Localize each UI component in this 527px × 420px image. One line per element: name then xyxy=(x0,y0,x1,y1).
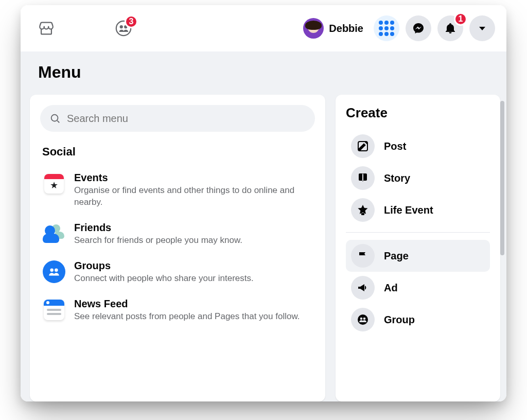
grid-icon xyxy=(379,21,394,36)
create-card: Create Post Story xyxy=(336,95,500,401)
svg-point-5 xyxy=(55,268,58,272)
profile-name: Debbie xyxy=(329,23,363,34)
menu-item-desc: Search for friends or people you may kno… xyxy=(74,235,242,247)
events-icon xyxy=(42,172,66,196)
menu-item-title: News Feed xyxy=(74,298,300,310)
groups-nav-icon[interactable]: 3 xyxy=(113,18,134,39)
menu-item-desc: Organise or find events and other things… xyxy=(74,185,313,208)
svg-rect-7 xyxy=(361,213,364,215)
create-item-label: Group xyxy=(384,314,415,326)
menu-item-title: Events xyxy=(74,172,313,184)
messenger-button[interactable] xyxy=(406,15,431,41)
life-event-icon xyxy=(351,198,375,222)
avatar xyxy=(303,18,324,39)
marketplace-nav-icon[interactable] xyxy=(36,18,57,39)
create-item-label: Post xyxy=(384,141,406,152)
page-title: Menu xyxy=(21,51,506,91)
menu-item-title: Friends xyxy=(74,222,242,234)
page-body: Menu Social Events Organise or find even… xyxy=(21,51,506,401)
menu-item-title: Groups xyxy=(74,260,254,272)
svg-point-10 xyxy=(363,318,366,320)
menu-grid-button[interactable] xyxy=(374,15,399,41)
svg-point-4 xyxy=(50,268,54,272)
search-icon xyxy=(49,113,61,124)
create-item-label: Story xyxy=(384,172,410,184)
search-menu-input[interactable] xyxy=(67,113,306,125)
create-item-page[interactable]: Page xyxy=(346,240,490,272)
scrollbar[interactable] xyxy=(500,101,504,255)
create-item-life-event[interactable]: Life Event xyxy=(346,194,490,226)
create-item-group[interactable]: Group xyxy=(346,304,490,336)
notifications-badge: 1 xyxy=(454,12,467,26)
news-feed-icon xyxy=(42,298,66,322)
create-item-label: Ad xyxy=(384,282,398,294)
menu-item-groups[interactable]: Groups Connect with people who share you… xyxy=(40,255,315,293)
svg-point-8 xyxy=(358,314,368,325)
messenger-icon xyxy=(412,22,425,34)
menu-item-desc: See relevant posts from people and Pages… xyxy=(74,311,300,323)
search-menu[interactable] xyxy=(40,105,315,132)
app-window: 3 Debbie 1 xyxy=(21,5,506,401)
story-icon xyxy=(351,166,375,190)
svg-point-1 xyxy=(120,25,123,28)
page-icon xyxy=(351,244,375,268)
friends-icon xyxy=(42,222,66,246)
groups-badge: 3 xyxy=(125,15,138,28)
create-divider xyxy=(346,232,490,233)
create-item-label: Life Event xyxy=(384,204,433,216)
group-icon xyxy=(351,308,375,331)
section-heading-social: Social xyxy=(42,145,315,159)
menu-item-events[interactable]: Events Organise or find events and other… xyxy=(40,167,315,217)
create-item-post[interactable]: Post xyxy=(346,130,490,162)
svg-point-3 xyxy=(51,115,58,121)
create-item-label: Page xyxy=(384,250,409,262)
create-item-story[interactable]: Story xyxy=(346,162,490,194)
create-item-ad[interactable]: Ad xyxy=(346,272,490,304)
menu-card: Social Events Organise or find events an… xyxy=(30,95,325,401)
caret-down-icon xyxy=(476,22,488,34)
profile-chip[interactable]: Debbie xyxy=(299,16,367,41)
top-bar: 3 Debbie 1 xyxy=(21,5,506,51)
menu-item-desc: Connect with people who share your inter… xyxy=(74,273,254,285)
menu-item-friends[interactable]: Friends Search for friends or people you… xyxy=(40,217,315,255)
account-caret-button[interactable] xyxy=(469,15,495,41)
bell-icon xyxy=(444,22,456,34)
create-heading: Create xyxy=(346,105,490,121)
notifications-button[interactable]: 1 xyxy=(437,15,463,41)
svg-point-9 xyxy=(360,318,363,320)
ad-icon xyxy=(351,276,375,300)
menu-item-news-feed[interactable]: News Feed See relevant posts from people… xyxy=(40,293,315,331)
groups-icon xyxy=(42,260,66,284)
post-icon xyxy=(351,134,375,158)
